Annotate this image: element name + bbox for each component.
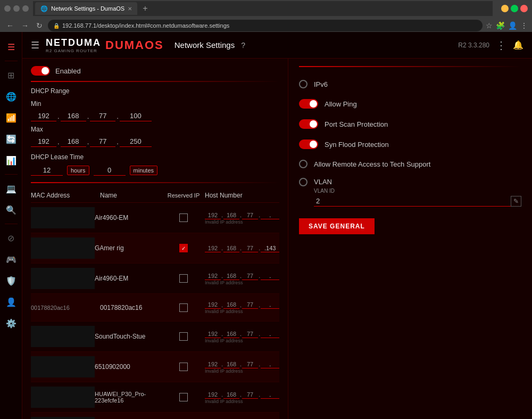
col-header-host: Host Number bbox=[205, 192, 279, 199]
host-c[interactable] bbox=[242, 244, 258, 252]
netduma-logo: NETDUMA R2 GAMING ROUTER bbox=[46, 37, 101, 53]
vlan-id-label: VLAN ID bbox=[314, 188, 521, 194]
host-b[interactable] bbox=[223, 391, 239, 399]
host-a[interactable] bbox=[205, 272, 221, 280]
lease-hours-input[interactable] bbox=[31, 165, 63, 176]
port-scan-toggle[interactable] bbox=[299, 119, 318, 129]
host-d[interactable] bbox=[261, 391, 279, 399]
ip-min-a[interactable] bbox=[31, 111, 56, 121]
enabled-toggle[interactable] bbox=[31, 66, 50, 76]
host-b[interactable] bbox=[223, 330, 239, 338]
remote-access-radio[interactable] bbox=[299, 160, 307, 168]
close-button[interactable] bbox=[520, 5, 528, 12]
sidebar-item-games[interactable]: 🎮 bbox=[2, 250, 21, 269]
host-c[interactable] bbox=[242, 360, 258, 368]
host-d[interactable] bbox=[261, 211, 279, 219]
help-icon[interactable]: ? bbox=[241, 41, 245, 50]
browser-dots bbox=[4, 5, 29, 12]
sidebar-item-devices[interactable]: 💻 bbox=[2, 179, 21, 198]
extensions-icon[interactable]: 🧩 bbox=[496, 21, 505, 30]
minutes-unit-label: minutes bbox=[130, 166, 158, 175]
col-header-name: Name bbox=[100, 192, 162, 199]
allow-ping-toggle[interactable] bbox=[299, 99, 318, 109]
table-row: 6510902000 . . . bbox=[31, 352, 279, 382]
host-b[interactable] bbox=[223, 272, 239, 280]
vlan-edit-icon[interactable]: ✎ bbox=[511, 196, 521, 207]
vlan-radio[interactable] bbox=[299, 178, 307, 186]
forward-button[interactable]: → bbox=[19, 20, 31, 31]
host-a[interactable] bbox=[205, 211, 221, 219]
maximize-button[interactable] bbox=[511, 5, 518, 12]
host-a[interactable] bbox=[205, 244, 221, 252]
minimize-button[interactable] bbox=[501, 5, 509, 12]
app-header: ☰ NETDUMA R2 GAMING ROUTER DUMAOS Networ… bbox=[22, 32, 532, 59]
reserved-checkbox[interactable]: ✓ bbox=[179, 244, 188, 252]
host-b[interactable] bbox=[223, 360, 239, 368]
host-c[interactable] bbox=[242, 211, 258, 219]
host-b[interactable] bbox=[223, 301, 239, 309]
tab-close-button[interactable]: ✕ bbox=[128, 6, 132, 12]
new-tab-button[interactable]: + bbox=[139, 4, 151, 13]
sidebar-item-geo[interactable]: 🌐 bbox=[2, 87, 21, 106]
reserved-checkbox[interactable] bbox=[179, 274, 188, 283]
sidebar-item-dashboard[interactable]: ⊞ bbox=[2, 65, 21, 85]
sidebar-item-block[interactable]: ⊘ bbox=[2, 228, 21, 248]
sidebar-item-user[interactable]: 👤 bbox=[2, 292, 21, 311]
host-b[interactable] bbox=[223, 244, 239, 252]
reserved-checkbox[interactable] bbox=[179, 332, 188, 341]
ipv6-radio[interactable] bbox=[299, 80, 307, 88]
host-a[interactable] bbox=[205, 301, 221, 309]
host-b[interactable] bbox=[223, 211, 239, 219]
syn-flood-toggle[interactable] bbox=[299, 139, 318, 149]
host-c[interactable] bbox=[242, 301, 258, 309]
reserved-checkbox[interactable] bbox=[179, 213, 188, 222]
sidebar-item-settings[interactable]: ⚙️ bbox=[2, 314, 21, 333]
ip-min-d[interactable] bbox=[120, 111, 152, 121]
host-a[interactable] bbox=[205, 330, 221, 338]
host-d[interactable] bbox=[261, 330, 279, 338]
reserved-checkbox[interactable] bbox=[179, 393, 188, 401]
syn-flood-option-row: Syn Flood Protection bbox=[299, 134, 521, 154]
sidebar-item-network[interactable]: 🔄 bbox=[2, 129, 21, 149]
ip-min-c[interactable] bbox=[90, 111, 115, 121]
address-bar[interactable]: 🔒 192.168.77.1/desktop/index.html#com.ne… bbox=[48, 20, 483, 31]
sidebar-item-wifi[interactable]: 📶 bbox=[2, 108, 21, 127]
host-a[interactable] bbox=[205, 360, 221, 368]
device-table: Air4960-EM . . . bbox=[31, 203, 279, 419]
host-a[interactable] bbox=[205, 391, 221, 399]
menu-icon[interactable]: ⋮ bbox=[520, 21, 528, 30]
ip-max-a[interactable] bbox=[31, 136, 56, 147]
host-d[interactable] bbox=[261, 301, 279, 309]
sidebar-item-stats[interactable]: 📊 bbox=[2, 151, 21, 170]
host-c[interactable] bbox=[242, 330, 258, 338]
reserved-checkbox[interactable] bbox=[179, 363, 188, 371]
divider-2 bbox=[31, 182, 279, 183]
host-c[interactable] bbox=[242, 391, 258, 399]
ip-max-d[interactable] bbox=[120, 136, 152, 147]
header-more-button[interactable]: ⋮ bbox=[496, 39, 506, 52]
host-placeholder: Invalid IP address bbox=[205, 368, 279, 374]
reload-button[interactable]: ↻ bbox=[34, 20, 45, 31]
save-general-button[interactable]: SAVE GENERAL bbox=[299, 218, 375, 234]
ip-max-c[interactable] bbox=[90, 136, 115, 147]
active-tab[interactable]: 🌐 Network Settings - DumaOS ✕ bbox=[35, 2, 137, 15]
sidebar-item-menu[interactable]: ☰ bbox=[2, 37, 21, 56]
sidebar-item-shield[interactable]: 🛡️ bbox=[2, 271, 21, 290]
host-c[interactable] bbox=[242, 272, 258, 280]
cell-reserved bbox=[162, 363, 205, 371]
back-button[interactable]: ← bbox=[4, 20, 16, 31]
host-d[interactable] bbox=[261, 360, 279, 368]
profile-icon[interactable]: 👤 bbox=[508, 21, 517, 30]
hamburger-icon[interactable]: ☰ bbox=[31, 39, 39, 51]
sidebar-item-search[interactable]: 🔍 bbox=[2, 200, 21, 219]
vlan-row: VLAN VLAN ID ✎ bbox=[299, 174, 521, 211]
reserved-checkbox[interactable] bbox=[179, 303, 188, 312]
host-d[interactable] bbox=[261, 244, 279, 252]
ip-max-b[interactable] bbox=[61, 136, 86, 147]
host-d[interactable] bbox=[261, 272, 279, 280]
bookmark-icon[interactable]: ☆ bbox=[486, 21, 493, 30]
lease-minutes-input[interactable] bbox=[94, 165, 126, 176]
ip-min-b[interactable] bbox=[61, 111, 86, 121]
notification-bell-icon[interactable]: 🔔 bbox=[513, 40, 523, 50]
vlan-id-input[interactable] bbox=[314, 196, 511, 207]
